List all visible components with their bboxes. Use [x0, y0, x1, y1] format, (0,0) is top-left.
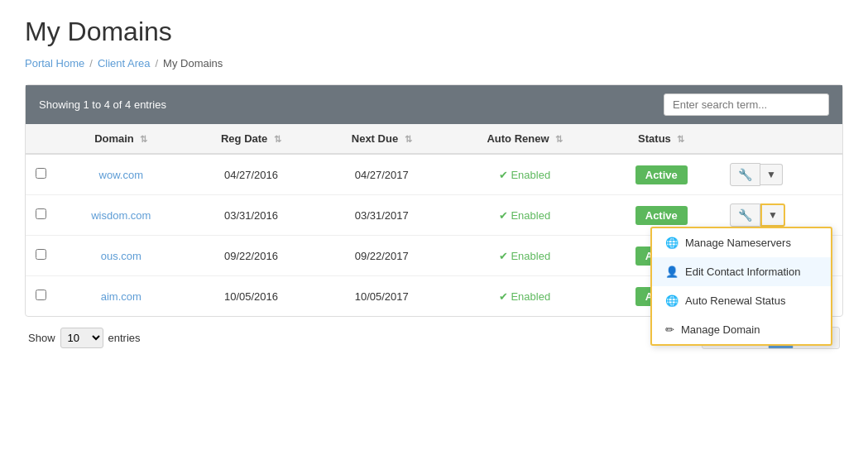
- showing-text: Showing 1 to 4 of 4 entries: [39, 98, 166, 111]
- breadcrumb-portal-home[interactable]: Portal Home: [25, 57, 84, 69]
- col-checkbox: [26, 124, 56, 154]
- sort-nextdue-icon: ⇅: [405, 134, 412, 144]
- row-auto-renew-cell: ✔Enabled: [447, 195, 602, 236]
- status-badge: Active: [635, 206, 688, 225]
- auto-renew-status: ✔Enabled: [499, 290, 550, 303]
- row-action-cell: 🔧 ▼ 🌐 Manage Nameservers 👤 Edit Contact …: [720, 195, 842, 236]
- check-icon: ✔: [499, 169, 508, 181]
- sort-autorenew-icon: ⇅: [555, 134, 563, 144]
- search-input[interactable]: [664, 93, 829, 116]
- sort-status-icon: ⇅: [677, 134, 684, 144]
- check-icon: ✔: [499, 250, 508, 262]
- show-entries: Show 10 25 50 100 entries: [28, 328, 141, 348]
- breadcrumb-client-area[interactable]: Client Area: [98, 57, 151, 69]
- domain-link[interactable]: aim.com: [101, 290, 141, 303]
- table-header-row: Domain ⇅ Reg Date ⇅ Next Due ⇅ Auto Rene…: [26, 124, 842, 154]
- breadcrumb-sep-1: /: [89, 57, 93, 69]
- dropdown-menu: 🌐 Manage Nameservers 👤 Edit Contact Info…: [650, 227, 832, 346]
- user-icon: 👤: [665, 266, 679, 278]
- wrench-button[interactable]: 🔧: [730, 163, 760, 186]
- row-status-cell: Active: [602, 154, 720, 195]
- table-header-bar: Showing 1 to 4 of 4 entries: [26, 85, 842, 124]
- row-reg-date-cell: 09/22/2016: [186, 236, 317, 276]
- row-checkbox[interactable]: [36, 208, 46, 219]
- entries-label: entries: [108, 332, 141, 344]
- row-action-cell: 🔧 ▼: [720, 154, 842, 195]
- row-checkbox[interactable]: [36, 249, 46, 260]
- row-reg-date-cell: 04/27/2016: [186, 154, 317, 195]
- show-label: Show: [28, 332, 55, 344]
- page-container: My Domains Portal Home / Client Area / M…: [0, 0, 868, 376]
- row-reg-date-cell: 03/31/2016: [186, 195, 317, 236]
- check-icon: ✔: [499, 209, 508, 222]
- row-domain-cell: aim.com: [56, 276, 186, 317]
- dropdown-toggle-button[interactable]: ▼: [760, 203, 785, 227]
- auto-renew-status: ✔Enabled: [499, 169, 550, 181]
- globe-icon: 🌐: [665, 294, 679, 307]
- domains-table: Domain ⇅ Reg Date ⇅ Next Due ⇅ Auto Rene…: [26, 124, 842, 316]
- dropdown-item-label: Edit Contact Information: [685, 266, 800, 278]
- dropdown-item-label: Manage Domain: [681, 323, 760, 336]
- row-next-due-cell: 09/22/2017: [316, 236, 447, 276]
- col-next-due[interactable]: Next Due ⇅: [316, 124, 447, 154]
- dropdown-item[interactable]: 🌐 Manage Nameservers: [652, 228, 831, 257]
- globe-icon: 🌐: [665, 237, 679, 249]
- row-checkbox-cell: [26, 195, 56, 236]
- row-checkbox-cell: [26, 236, 56, 276]
- row-checkbox[interactable]: [36, 290, 46, 300]
- row-auto-renew-cell: ✔Enabled: [447, 236, 602, 276]
- col-status[interactable]: Status ⇅: [602, 124, 720, 154]
- dropdown-item[interactable]: 🌐 Auto Renewal Status: [652, 286, 831, 315]
- page-title: My Domains: [25, 17, 843, 47]
- row-next-due-cell: 04/27/2017: [316, 154, 447, 195]
- auto-renew-status: ✔Enabled: [499, 209, 550, 222]
- breadcrumb-sep-2: /: [155, 57, 158, 69]
- dropdown-item[interactable]: ✏ Manage Domain: [652, 315, 831, 344]
- dropdown-item[interactable]: 👤 Edit Contact Information: [652, 257, 831, 286]
- status-badge: Active: [635, 165, 688, 184]
- row-checkbox[interactable]: [36, 168, 46, 179]
- breadcrumb-current: My Domains: [163, 57, 223, 69]
- dropdown-item-label: Auto Renewal Status: [685, 294, 785, 307]
- table-row: wisdom.com 03/31/2016 03/31/2017 ✔Enable…: [26, 195, 842, 236]
- row-auto-renew-cell: ✔Enabled: [447, 276, 602, 317]
- domain-link[interactable]: wow.com: [99, 169, 143, 181]
- dropdown-toggle-button[interactable]: ▼: [760, 164, 783, 185]
- row-next-due-cell: 10/05/2017: [316, 276, 447, 317]
- row-next-due-cell: 03/31/2017: [316, 195, 447, 236]
- col-domain[interactable]: Domain ⇅: [56, 124, 186, 154]
- row-checkbox-cell: [26, 276, 56, 317]
- check-icon: ✔: [499, 290, 508, 303]
- dropdown-item-label: Manage Nameservers: [685, 237, 791, 249]
- row-domain-cell: wow.com: [56, 154, 186, 195]
- table-row: wow.com 04/27/2016 04/27/2017 ✔Enabled A…: [26, 154, 842, 195]
- sort-regdate-icon: ⇅: [274, 134, 281, 144]
- pencil-icon: ✏: [665, 323, 674, 336]
- col-reg-date[interactable]: Reg Date ⇅: [186, 124, 317, 154]
- row-checkbox-cell: [26, 154, 56, 195]
- wrench-button[interactable]: 🔧: [730, 203, 760, 227]
- row-auto-renew-cell: ✔Enabled: [447, 154, 602, 195]
- domain-link[interactable]: ous.com: [101, 250, 141, 262]
- domain-link[interactable]: wisdom.com: [91, 209, 151, 222]
- action-buttons: 🔧 ▼: [730, 163, 832, 186]
- action-buttons: 🔧 ▼ 🌐 Manage Nameservers 👤 Edit Contact …: [730, 203, 832, 227]
- entries-select[interactable]: 10 25 50 100: [60, 328, 103, 348]
- col-actions: [720, 124, 842, 154]
- breadcrumb: Portal Home / Client Area / My Domains: [25, 57, 843, 69]
- row-domain-cell: wisdom.com: [56, 195, 186, 236]
- sort-domain-icon: ⇅: [140, 134, 147, 144]
- row-domain-cell: ous.com: [56, 236, 186, 276]
- domains-table-container: Showing 1 to 4 of 4 entries Domain ⇅ Reg…: [25, 84, 843, 317]
- auto-renew-status: ✔Enabled: [499, 250, 550, 262]
- col-auto-renew[interactable]: Auto Renew ⇅: [447, 124, 602, 154]
- row-reg-date-cell: 10/05/2016: [186, 276, 317, 317]
